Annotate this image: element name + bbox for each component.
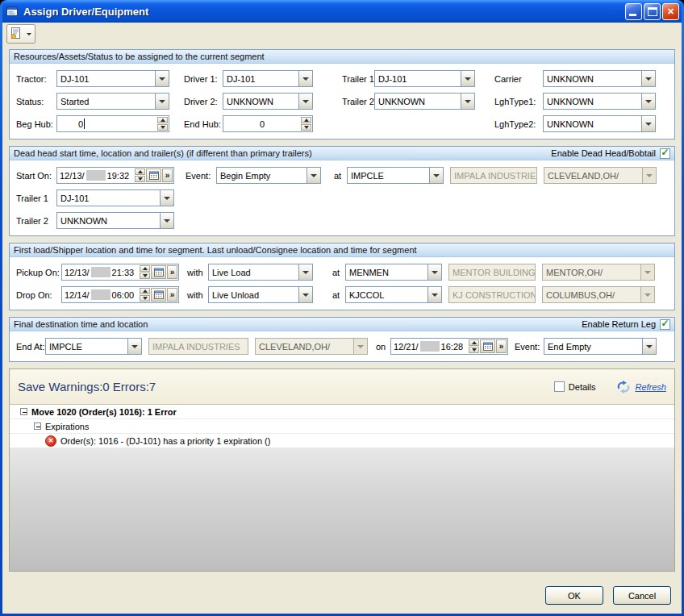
trailer1-combo[interactable]: DJ-101 xyxy=(374,70,475,87)
pickup-on-label: Pickup On: xyxy=(16,268,61,277)
chevron-down-icon[interactable] xyxy=(298,94,312,109)
start-on-spinner[interactable] xyxy=(135,168,146,183)
spin-up-icon[interactable] xyxy=(301,117,311,123)
chevron-down-icon[interactable] xyxy=(461,71,474,86)
pickup-event-combo[interactable]: Live Load xyxy=(208,264,313,281)
chevron-down-icon[interactable] xyxy=(298,264,312,280)
deadhead-trailer2-combo[interactable]: UNKNOWN xyxy=(56,212,174,229)
chevron-down-icon[interactable] xyxy=(307,168,320,183)
error-message-row[interactable]: ✕ Order(s): 1016 - (DJ-101) has a priori… xyxy=(10,434,674,448)
app-icon xyxy=(5,5,19,19)
lghtype2-value: UNKNOWN xyxy=(544,119,641,129)
details-checkbox[interactable] xyxy=(554,381,565,392)
beg-hub-spinner[interactable] xyxy=(157,116,169,131)
final-location-code-combo[interactable]: IMPCLE xyxy=(45,338,142,355)
chevron-down-icon[interactable] xyxy=(428,287,441,302)
drop-event-combo[interactable]: Live Unload xyxy=(208,286,313,303)
pickup-spinner[interactable] xyxy=(140,264,151,280)
carrier-combo[interactable]: UNKNOWN xyxy=(543,70,656,87)
drop-location-code: KJCCOL xyxy=(346,290,428,300)
beg-hub-field[interactable]: 0 xyxy=(56,115,169,132)
lghtype1-combo[interactable]: UNKNOWN xyxy=(543,93,656,110)
chevron-down-icon[interactable] xyxy=(298,287,312,302)
more-options-button[interactable]: » xyxy=(496,339,507,353)
end-hub-field[interactable]: 0 xyxy=(223,115,313,132)
drop-spinner[interactable] xyxy=(140,287,151,302)
collapse-icon[interactable] xyxy=(34,422,41,430)
close-button[interactable]: ✕ xyxy=(662,3,679,20)
chevron-down-icon[interactable] xyxy=(429,168,443,183)
minimize-button[interactable] xyxy=(625,3,642,20)
chevron-down-icon[interactable] xyxy=(461,94,474,109)
chevron-down-icon[interactable] xyxy=(642,339,656,354)
return-time: 16:28 xyxy=(441,342,464,352)
drop-date-field[interactable]: 12/14/06:00 » xyxy=(61,286,179,303)
chevron-down-icon[interactable] xyxy=(428,264,441,280)
trailer2-combo[interactable]: UNKNOWN xyxy=(374,93,475,110)
deadhead-location-code-combo[interactable]: IMPCLE xyxy=(347,167,444,184)
deadhead-trailer2-value: UNKNOWN xyxy=(57,216,160,226)
spin-up-icon[interactable] xyxy=(135,169,145,175)
spin-down-icon[interactable] xyxy=(301,124,311,131)
pickup-date-field[interactable]: 12/13/21:33 » xyxy=(61,264,179,281)
enable-return-leg-checkbox[interactable]: ✓ xyxy=(660,319,670,330)
return-date-field[interactable]: 12/21/16:28 » xyxy=(390,338,508,355)
spin-down-icon[interactable] xyxy=(140,295,150,302)
start-on-date-field[interactable]: 12/13/19:32 » xyxy=(56,167,174,184)
pickup-location-code-combo[interactable]: MENMEN xyxy=(345,264,442,281)
chevron-down-icon[interactable] xyxy=(155,94,169,109)
driver2-combo[interactable]: UNKNOWN xyxy=(223,93,313,110)
deadhead-trailer1-combo[interactable]: DJ-101 xyxy=(56,189,174,206)
spin-up-icon[interactable] xyxy=(157,117,168,123)
refresh-link[interactable]: Refresh xyxy=(635,382,666,392)
enable-deadhead-checkbox[interactable]: ✓ xyxy=(660,148,670,159)
calendar-icon[interactable] xyxy=(146,169,161,182)
calendar-icon[interactable] xyxy=(151,288,166,302)
spin-down-icon[interactable] xyxy=(140,273,150,279)
final-event-combo[interactable]: End Empty xyxy=(544,338,657,355)
spin-up-icon[interactable] xyxy=(469,339,479,346)
final-location-name: IMPALA INDUSTRIES xyxy=(152,342,240,352)
chevron-down-icon[interactable] xyxy=(25,25,32,43)
error-category-text: Expirations xyxy=(45,422,89,431)
spin-up-icon[interactable] xyxy=(140,288,150,294)
refresh-control[interactable]: Refresh xyxy=(616,381,666,393)
return-spinner[interactable] xyxy=(469,339,480,354)
titlebar[interactable]: Assign Driver/Equipment ✕ xyxy=(2,0,682,23)
ok-button[interactable]: OK xyxy=(545,586,603,605)
status-combo[interactable]: Started xyxy=(56,93,169,110)
section-deadhead-header: Dead head start time, location and trail… xyxy=(10,147,674,160)
cancel-button[interactable]: Cancel xyxy=(613,586,671,605)
chevron-down-icon[interactable] xyxy=(641,71,655,86)
lghtype2-combo[interactable]: UNKNOWN xyxy=(543,115,656,132)
spin-up-icon[interactable] xyxy=(140,265,150,272)
deadhead-event-combo[interactable]: Begin Empty xyxy=(216,167,321,184)
error-group-row[interactable]: Move 1020 (Order(s) 1016): 1 Error xyxy=(10,405,674,419)
assign-driver-equipment-dialog: Assign Driver/Equipment ✕ xyxy=(0,0,684,616)
drop-location-code-combo[interactable]: KJCCOL xyxy=(345,286,442,303)
chevron-down-icon[interactable] xyxy=(641,94,655,109)
more-options-button[interactable]: » xyxy=(167,265,177,279)
spin-down-icon[interactable] xyxy=(135,176,145,182)
collapse-icon[interactable] xyxy=(20,408,27,415)
end-hub-spinner[interactable] xyxy=(301,116,312,131)
driver1-combo[interactable]: DJ-101 xyxy=(223,70,313,87)
chevron-down-icon[interactable] xyxy=(641,116,655,131)
chevron-down-icon[interactable] xyxy=(160,213,173,228)
spin-down-icon[interactable] xyxy=(469,347,479,353)
details-toggle[interactable]: Details xyxy=(554,381,596,392)
calendar-icon[interactable] xyxy=(151,265,166,279)
chevron-down-icon[interactable] xyxy=(155,71,169,86)
error-category-row[interactable]: Expirations xyxy=(10,419,674,434)
tractor-combo[interactable]: DJ-101 xyxy=(56,70,169,87)
chevron-down-icon[interactable] xyxy=(160,190,173,206)
spin-down-icon[interactable] xyxy=(157,124,168,131)
chevron-down-icon[interactable] xyxy=(127,339,141,354)
chevron-down-icon[interactable] xyxy=(298,71,312,86)
calendar-icon[interactable] xyxy=(480,339,495,353)
more-options-button[interactable]: » xyxy=(167,288,177,302)
driver1-label: Driver 1: xyxy=(184,74,223,84)
save-split-button[interactable] xyxy=(6,24,35,44)
maximize-button[interactable] xyxy=(644,3,661,20)
more-options-button[interactable]: » xyxy=(162,169,173,182)
